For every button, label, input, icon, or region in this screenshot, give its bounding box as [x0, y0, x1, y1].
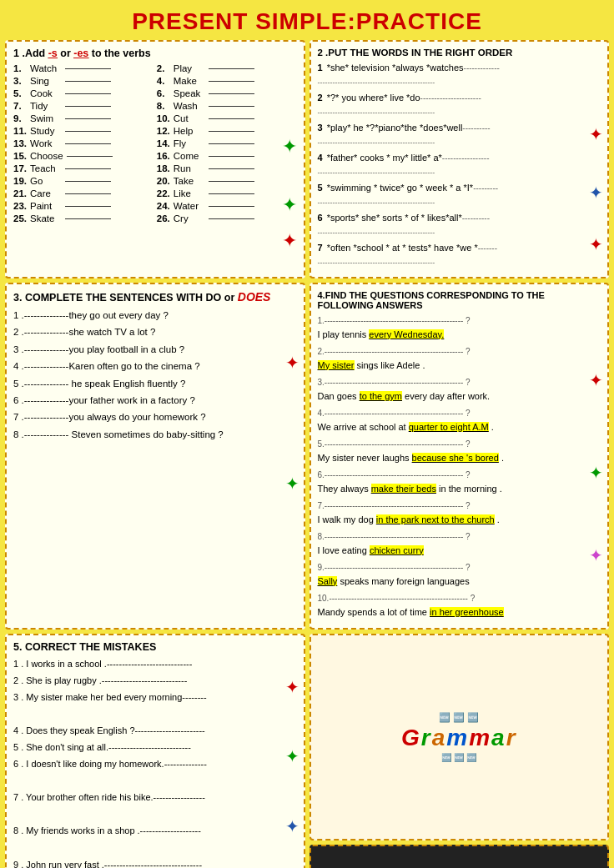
star-decoration-1: ✦ — [282, 136, 297, 158]
section-1-title: 1 .Add -s or -es to the verbs — [13, 48, 297, 59]
section-2-list: 1 *she* television *always *watches-----… — [318, 61, 601, 268]
qa-item: 7.--------------------------------------… — [318, 499, 601, 526]
star-s2-2: ✦ — [589, 183, 603, 203]
mistake-item — [13, 807, 297, 821]
verb-item: 18.Run — [157, 163, 297, 173]
qa-item: 6.--------------------------------------… — [318, 468, 601, 495]
sentence-item: 3 *play* he *?*piano*the *does*well-----… — [318, 121, 601, 148]
verb-item: 14.Fly — [157, 138, 297, 148]
verb-item: 23.Paint — [13, 201, 154, 211]
verb-item: 1.Watch — [13, 63, 154, 73]
section-3-list: 1 .--------------they go out every day ?… — [13, 308, 297, 442]
qa-item: 2.--------------------------------------… — [318, 344, 601, 372]
mistake-item: 6 . I doesn't like doing my homework.---… — [13, 757, 297, 771]
verb-item: 9.Swim — [13, 113, 154, 123]
section-4-title: 4.FIND THE QUESTIONS CORRESPONDING TO TH… — [318, 290, 601, 310]
star-s3-1: ✦ — [285, 353, 299, 373]
qa-item: 9.--------------------------------------… — [318, 560, 601, 588]
verb-item: 12.Help — [157, 126, 297, 136]
verb-item: 20.Take — [157, 176, 297, 186]
verb-item: 5.Cook — [13, 88, 154, 98]
qa-item: 1.--------------------------------------… — [318, 314, 601, 341]
sentence-item: 5 *swimming * twice* go * week * a *I*--… — [318, 181, 601, 208]
mistake-item: 8 . My friends works in a shop .--------… — [13, 824, 297, 838]
verb-item: 2.Play — [157, 63, 297, 73]
star-s4-2: ✦ — [589, 463, 603, 483]
star-s5-1: ✦ — [285, 677, 299, 697]
section-5: 5. CORRECT THE MISTAKES 1 . I works in a… — [5, 634, 305, 868]
grammar-image: 🆕 🆕 🆕 Grammar 🆕 🆕 🆕 — [310, 634, 610, 840]
star-s4-3: ✦ — [589, 545, 603, 565]
verb-item: 25.Skate — [13, 213, 154, 223]
qa-item: 4.--------------------------------------… — [318, 406, 601, 434]
verb-item: 4.Make — [157, 76, 297, 86]
page: PRESENT SIMPLE:PRACTICE 1 .Add -s or -es… — [0, 0, 614, 868]
sentence-item: 2 *?* you where* live *do---------------… — [318, 91, 601, 118]
homework-box: Homework — [310, 845, 610, 868]
verb-item: 17.Teach — [13, 163, 154, 173]
verb-item: 7.Tidy — [13, 101, 154, 111]
star-s2-3: ✦ — [589, 234, 603, 254]
sentence-item: 4 *father* cooks * my* little* a*-------… — [318, 151, 601, 178]
fill-item: 8 .-------------- Steven sometimes do ba… — [13, 427, 297, 442]
verb-item: 10.Cut — [157, 113, 297, 123]
fill-item: 1 .--------------they go out every day ? — [13, 308, 297, 323]
sentence-item: 7 *often *school * at * tests* have *we … — [318, 241, 601, 268]
verbs-grid: 1.Watch2.Play3.Sing4.Make5.Cook6.Speak7.… — [13, 63, 297, 225]
mistake-item: 2 . She is play rugby .-----------------… — [13, 674, 297, 688]
mistake-item: 1 . I works in a school .---------------… — [13, 657, 297, 671]
section-1: 1 .Add -s or -es to the verbs 1.Watch2.P… — [5, 40, 305, 278]
mistake-item — [13, 774, 297, 788]
star-s3-2: ✦ — [285, 474, 299, 494]
fill-item: 6 .--------------your father work in a f… — [13, 393, 297, 408]
grammar-letters: Grammar — [401, 725, 517, 751]
verb-item: 15.Choose — [13, 151, 154, 161]
star-decoration-2: ✦ — [282, 194, 297, 216]
qa-item: 10.-------------------------------------… — [318, 591, 601, 619]
verb-item: 21.Care — [13, 188, 154, 198]
star-s4-1: ✦ — [589, 370, 603, 390]
section-2-title: 2 .PUT THE WORDS IN THE RIGHT ORDER — [318, 48, 601, 58]
section-2: 2 .PUT THE WORDS IN THE RIGHT ORDER 1 *s… — [310, 40, 610, 278]
verb-item: 16.Come — [157, 151, 297, 161]
section-3: 3. COMPLETE THE SENTENCES WITH DO or DOE… — [5, 283, 305, 630]
section-3-title: 3. COMPLETE THE SENTENCES WITH DO or DOE… — [13, 290, 297, 304]
mistake-item: 7 . Your brother often ride his bike.---… — [13, 790, 297, 805]
section-5-title: 5. CORRECT THE MISTAKES — [13, 641, 297, 653]
sentence-item: 6 *sports* she* sorts * of * likes*all*-… — [318, 211, 601, 238]
section-4: 4.FIND THE QUESTIONS CORRESPONDING TO TH… — [310, 283, 610, 630]
mistake-item — [13, 707, 297, 721]
fill-item: 2 .--------------she watch TV a lot ? — [13, 324, 297, 339]
star-s5-3: ✦ — [285, 816, 299, 836]
section-4-list: 1.--------------------------------------… — [318, 314, 601, 619]
qa-item: 8.--------------------------------------… — [318, 529, 601, 557]
fill-item: 5 .-------------- he speak English fluen… — [13, 376, 297, 391]
qa-item: 5.--------------------------------------… — [318, 437, 601, 464]
verb-item: 26.Cry — [157, 213, 297, 223]
verb-item: 6.Speak — [157, 88, 297, 98]
fill-item: 3 .--------------you play football in a … — [13, 342, 297, 357]
mistake-item: 5 . She don't sing at all.--------------… — [13, 740, 297, 755]
verb-item: 11.Study — [13, 126, 154, 136]
fill-item: 7 .--------------you always do your home… — [13, 409, 297, 424]
mistake-item — [13, 841, 297, 855]
verb-item: 19.Go — [13, 176, 154, 186]
page-title: PRESENT SIMPLE:PRACTICE — [5, 5, 609, 40]
sentence-item: 1 *she* television *always *watches-----… — [318, 61, 601, 88]
verb-item: 13.Work — [13, 138, 154, 148]
qa-item: 3.--------------------------------------… — [318, 375, 601, 403]
verb-item: 22.Like — [157, 188, 297, 198]
section-5-list: 1 . I works in a school .---------------… — [13, 657, 297, 868]
fill-item: 4 .--------------Karen often go to the c… — [13, 359, 297, 374]
mistake-item: 3 . My sister make her bed every morning… — [13, 690, 297, 705]
verb-item: 3.Sing — [13, 76, 154, 86]
bottom-right: 🆕 🆕 🆕 Grammar 🆕 🆕 🆕 Homework — [310, 634, 610, 868]
star-decoration-3: ✦ — [282, 230, 297, 252]
mistake-item: 4 . Does they speak English ?-----------… — [13, 724, 297, 738]
verb-item: 24.Water — [157, 201, 297, 211]
star-s2-1: ✦ — [589, 124, 603, 144]
mistake-item: 9 . John run very fast .----------------… — [13, 858, 297, 868]
star-s5-2: ✦ — [285, 746, 299, 766]
verb-item: 8.Wash — [157, 101, 297, 111]
